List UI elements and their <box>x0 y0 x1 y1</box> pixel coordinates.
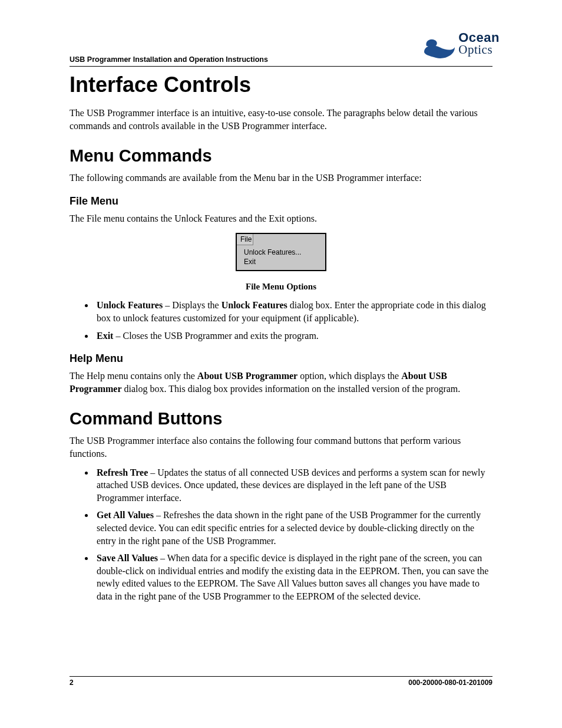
text: option, which displays the <box>297 371 401 381</box>
text: dialog box. This dialog box provides inf… <box>122 384 461 394</box>
bold-text: Exit <box>97 331 113 341</box>
heading-help-menu: Help Menu <box>70 353 492 365</box>
bold-text: Unlock Features <box>97 300 163 310</box>
heading-command-buttons: Command Buttons <box>70 409 492 429</box>
document-number: 000-20000-080-01-201009 <box>408 678 492 687</box>
figure-caption: File Menu Options <box>70 282 492 292</box>
header-rule <box>70 66 492 67</box>
file-menu-intro: The File menu contains the Unlock Featur… <box>70 212 492 225</box>
menu-commands-intro: The following commands are available fro… <box>70 172 492 185</box>
menu-label-file: File <box>237 234 253 245</box>
menu-item-exit: Exit <box>237 257 325 266</box>
heading-interface-controls: Interface Controls <box>70 73 492 97</box>
help-menu-paragraph: The Help menu contains only the About US… <box>70 370 492 395</box>
brand-text-top: Ocean <box>458 32 500 44</box>
menu-item-unlock: Unlock Features... <box>237 248 325 257</box>
list-item: Get All Values – Refreshes the data show… <box>94 509 492 547</box>
heading-file-menu: File Menu <box>70 195 492 207</box>
bold-text: Save All Values <box>97 553 158 563</box>
wave-icon <box>423 34 456 60</box>
list-item: Save All Values – When data for a specif… <box>94 552 492 602</box>
text: – Displays the <box>163 300 222 310</box>
file-menu-figure: File Unlock Features... Exit <box>236 233 326 271</box>
footer-rule <box>70 676 492 677</box>
brand-text-bottom: Optics <box>458 44 500 55</box>
list-item: Refresh Tree – Updates the status of all… <box>94 466 492 505</box>
brand-logo: Ocean Optics <box>423 31 500 64</box>
text: – Updates the status of all connected US… <box>97 467 485 503</box>
text: The Help menu contains only the <box>70 371 197 381</box>
file-menu-option-list: Unlock Features – Displays the Unlock Fe… <box>94 299 492 342</box>
page-header: USB Programmer Installation and Operatio… <box>70 35 492 66</box>
running-title: USB Programmer Installation and Operatio… <box>70 55 268 64</box>
page-footer: 2 000-20000-080-01-201009 <box>70 676 492 687</box>
bold-text: Get All Values <box>97 510 154 520</box>
text: – Closes the USB Programmer and exits th… <box>113 331 318 341</box>
list-item: Exit – Closes the USB Programmer and exi… <box>94 330 492 342</box>
bold-text: Refresh Tree <box>97 467 148 477</box>
bold-text: About USB Programmer <box>197 371 297 381</box>
document-page: USB Programmer Installation and Operatio… <box>0 0 562 728</box>
page-number: 2 <box>70 678 74 687</box>
command-buttons-intro: The USB Programmer interface also contai… <box>70 434 492 460</box>
command-buttons-list: Refresh Tree – Updates the status of all… <box>94 466 492 603</box>
intro-paragraph: The USB Programmer interface is an intui… <box>70 107 492 132</box>
text: – Refreshes the data shown in the right … <box>97 510 481 545</box>
heading-menu-commands: Menu Commands <box>70 146 492 166</box>
bold-text: Unlock Features <box>222 300 287 310</box>
list-item: Unlock Features – Displays the Unlock Fe… <box>94 299 492 324</box>
